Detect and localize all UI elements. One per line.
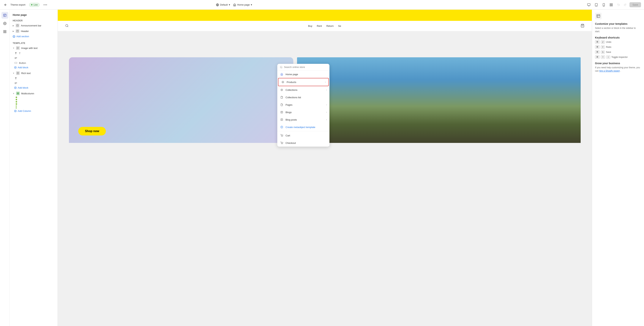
lines-icon-2 <box>14 81 18 85</box>
multicolumn-dots <box>10 96 58 109</box>
add-block-button-2[interactable]: Add block <box>10 86 58 90</box>
preview-scroll[interactable]: Buy Rent Return Se <box>58 10 592 326</box>
redo-button[interactable] <box>622 2 628 8</box>
mobile-view-button[interactable] <box>601 2 607 8</box>
add-column-label: Add Column <box>18 110 31 112</box>
add-block-button-1[interactable]: Add block <box>10 65 58 70</box>
dropdown-item-pages[interactable]: Pages › <box>277 101 330 109</box>
multicolumn-label: Multicolumn <box>21 92 54 95</box>
undo-label: Undo <box>606 41 612 43</box>
chevron-right-icon: › <box>326 111 327 114</box>
dropdown-pages-label: Pages <box>286 103 292 106</box>
svg-point-42 <box>282 136 283 137</box>
more-button[interactable] <box>43 2 48 7</box>
save-button[interactable]: Save <box>630 2 641 7</box>
lines-icon <box>14 56 18 60</box>
theme-selector[interactable]: Default ▾ <box>216 3 230 6</box>
dot-item-5 <box>16 106 52 107</box>
shortcut-inspector: ⌘ ⇧ I Toggle inspector <box>595 55 641 59</box>
shop-now-button[interactable]: Shop now <box>78 127 106 136</box>
lines-block-2[interactable] <box>10 81 58 86</box>
dot-item-2 <box>16 99 52 100</box>
dropdown-item-products[interactable]: Products › <box>278 78 329 86</box>
text-block-1[interactable]: T T <box>10 51 58 56</box>
chevron-right-icon: › <box>325 81 326 83</box>
back-button[interactable] <box>3 2 8 7</box>
dropdown-item-create-meta[interactable]: Create metaobject template <box>277 123 330 131</box>
chevron-right-icon: › <box>326 118 327 121</box>
dropdown-item-blog-posts[interactable]: Blog posts › <box>277 116 330 123</box>
svg-rect-17 <box>4 32 4 33</box>
dropdown-item-blogs[interactable]: Blogs › <box>277 109 330 116</box>
dropdown-create-meta-label: Create metaobject template <box>286 126 315 129</box>
tablet-view-button[interactable] <box>593 2 599 8</box>
chevron-right-icon: › <box>326 103 327 106</box>
collections-icon <box>280 88 284 92</box>
add-section-button[interactable]: Add section <box>10 34 58 39</box>
dot-2 <box>16 99 17 100</box>
sidebar-icon-sections[interactable] <box>2 12 8 19</box>
dropdown-products-label: Products <box>286 81 296 84</box>
main-layout: Home page Header ▶ Announcement bar ▶ He <box>0 10 644 326</box>
topbar-right: Save <box>586 2 641 8</box>
desktop-view-button[interactable] <box>586 2 592 8</box>
sidebar-page-title: Home page <box>10 12 58 19</box>
redo-label: Redo <box>606 46 612 48</box>
dropdown-checkout-label: Checkout <box>286 142 296 144</box>
svg-rect-45 <box>597 14 600 18</box>
sidebar-icon-blocks[interactable] <box>2 28 8 35</box>
multicolumn-item[interactable]: ▼ Multicolumn <box>10 91 58 96</box>
dot-1 <box>16 97 17 98</box>
svg-rect-29 <box>18 93 19 94</box>
live-label: Live <box>34 3 38 6</box>
dot-6 <box>16 107 17 109</box>
shortcut-redo: ⌘ Y Redo <box>595 45 641 49</box>
page-selector[interactable]: Home page ▾ <box>233 3 252 6</box>
dropdown-item-collections[interactable]: Collections › <box>277 86 330 94</box>
add-column-button[interactable]: Add Column <box>10 109 58 113</box>
rich-text-label: Rich text <box>21 72 54 75</box>
nav-rent: Rent <box>317 24 322 27</box>
dot-item-3 <box>16 101 52 103</box>
dropdown-item-checkout[interactable]: Checkout <box>277 139 330 147</box>
template-dropdown: Home page Products › <box>277 64 330 147</box>
app-view-button[interactable] <box>608 2 614 8</box>
announcement-bar-item[interactable]: ▶ Announcement bar <box>10 23 58 28</box>
dropdown-blog-posts-label: Blog posts <box>286 118 297 121</box>
save-label: Save <box>606 51 611 53</box>
svg-rect-22 <box>17 47 18 49</box>
hire-link[interactable]: hire a Shopify expert <box>599 70 620 72</box>
canvas: Buy Rent Return Se <box>58 10 592 326</box>
products-icon <box>281 80 285 84</box>
preview-nav-links: Buy Rent Return Se <box>308 22 341 30</box>
text-block-label: T <box>19 52 20 55</box>
preview-image-right <box>297 57 581 143</box>
cmd-key-4: ⌘ <box>595 55 600 59</box>
svg-point-1 <box>45 4 46 5</box>
cmd-key: ⌘ <box>595 40 600 44</box>
template-header: Template <box>10 41 58 45</box>
search-input[interactable] <box>284 66 327 68</box>
svg-rect-16 <box>5 30 6 31</box>
dropdown-item-cart[interactable]: Cart <box>277 132 330 139</box>
sidebar-icon-rail <box>0 10 10 326</box>
undo-button[interactable] <box>616 2 622 8</box>
theme-title: Theme export <box>10 3 25 6</box>
sidebar-icon-settings[interactable] <box>2 20 8 27</box>
image-with-text-item[interactable]: ▼ Image with text <box>10 45 58 51</box>
dropdown-item-home[interactable]: Home page <box>277 71 330 78</box>
lines-block-1[interactable] <box>10 56 58 60</box>
text-icon: T <box>14 51 18 55</box>
svg-point-0 <box>44 4 44 5</box>
svg-rect-18 <box>5 32 6 33</box>
rich-text-item[interactable]: ▼ Rich text <box>10 70 58 76</box>
header-item[interactable]: ▶ Header <box>10 28 58 34</box>
dropdown-search-bar <box>277 64 330 71</box>
dot-item-4 <box>16 103 52 105</box>
dropdown-item-collections-list[interactable]: Collections list <box>277 94 330 101</box>
text-block-2[interactable]: T <box>10 76 58 81</box>
theme-name: Default <box>220 3 228 6</box>
button-block[interactable]: Button <box>10 60 58 65</box>
svg-point-8 <box>604 5 604 6</box>
sidebar-panel: Home page Header ▶ Announcement bar ▶ He <box>10 10 58 326</box>
